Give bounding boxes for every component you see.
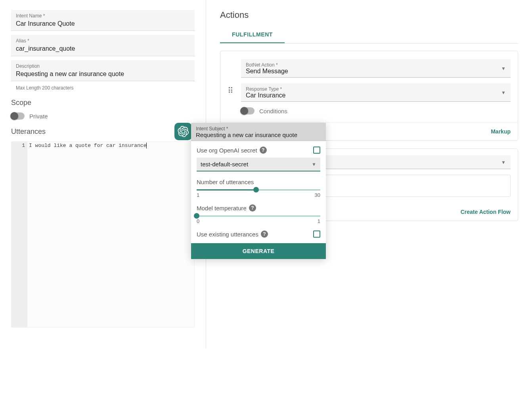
generate-button[interactable]: GENERATE <box>191 243 326 259</box>
private-toggle[interactable] <box>11 112 25 120</box>
actions-heading: Actions <box>220 10 518 20</box>
description-helper: Max Length 200 characters <box>11 85 195 91</box>
use-existing-label: Use existing utterances <box>197 231 258 238</box>
temperature-label: Model temperature <box>197 205 247 211</box>
description-label: Description <box>16 63 190 69</box>
intent-name-field[interactable]: Intent Name * Car Insurance Quote <box>11 10 195 31</box>
caret-down-icon: ▼ <box>312 162 316 167</box>
markup-button[interactable]: Markup <box>491 128 511 135</box>
help-icon[interactable]: ? <box>260 147 267 154</box>
intent-name-value: Car Insurance Quote <box>16 19 190 28</box>
slider-thumb[interactable] <box>194 213 199 219</box>
help-icon[interactable]: ? <box>261 231 268 238</box>
num-utterances-slider[interactable] <box>197 189 320 191</box>
description-value: Requesting a new car insurance quote <box>16 70 190 78</box>
alias-value: car_insurance_quote <box>16 44 190 53</box>
conditions-toggle[interactable] <box>241 107 255 114</box>
create-action-flow-button[interactable]: Create Action Flow <box>461 209 511 215</box>
botnet-action-value: Send Message <box>246 68 501 75</box>
caret-down-icon: ▼ <box>501 90 506 95</box>
alias-field[interactable]: Alias * car_insurance_quote <box>11 35 195 56</box>
num-utt-max: 30 <box>315 192 320 198</box>
intent-subject-label: Intent Subject * <box>196 126 321 131</box>
openai-icon[interactable] <box>174 123 192 140</box>
num-utt-min: 1 <box>197 192 199 198</box>
intent-subject-field[interactable]: Intent Subject * Requesting a new car in… <box>191 123 326 141</box>
editor-body[interactable]: I would like a quote for car insurance​ <box>27 142 194 327</box>
scope-title: Scope <box>11 99 195 107</box>
response-type-label: Response Type * <box>246 86 501 92</box>
temp-min: 0 <box>197 218 199 224</box>
tab-fulfillment[interactable]: FULFILLMENT <box>220 27 285 43</box>
utterances-editor[interactable]: 1 I would like a quote for car insurance… <box>11 141 195 328</box>
intent-subject-value: Requesting a new car insurance quote <box>196 131 321 138</box>
private-label: Private <box>29 113 48 120</box>
use-org-secret-checkbox[interactable] <box>313 147 320 154</box>
num-utterances-label: Number of utterances <box>197 179 320 185</box>
utterances-title: Utterances <box>11 128 195 136</box>
editor-gutter: 1 <box>11 142 27 327</box>
botnet-action-select[interactable]: BotNet Action * Send Message ▼ <box>241 59 511 78</box>
caret-down-icon: ▼ <box>501 66 506 71</box>
utterance-line: I would like a quote for car insurance <box>29 143 146 149</box>
response-type-value: Car Insurance <box>246 92 501 99</box>
botnet-action-label: BotNet Action * <box>246 62 501 68</box>
response-type-select[interactable]: Response Type * Car Insurance ▼ <box>241 83 511 102</box>
intent-name-label: Intent Name * <box>16 13 190 19</box>
secret-select[interactable]: test-default-secret ▼ <box>197 158 320 171</box>
tabs: FULFILLMENT <box>220 27 518 44</box>
generate-popup: Intent Subject * Requesting a new car in… <box>191 123 326 259</box>
drag-handle-icon[interactable]: ⠿ <box>228 59 235 95</box>
temperature-slider[interactable] <box>197 215 320 217</box>
secret-value: test-default-secret <box>201 161 248 168</box>
help-icon[interactable]: ? <box>249 204 256 211</box>
temp-max: 1 <box>318 218 320 224</box>
conditions-label: Conditions <box>259 108 287 114</box>
caret-down-icon: ▼ <box>501 160 506 165</box>
use-org-secret-label: Use org OpenAI secret <box>197 147 257 154</box>
alias-label: Alias * <box>16 38 190 44</box>
use-existing-checkbox[interactable] <box>313 231 320 238</box>
description-field[interactable]: Description Requesting a new car insuran… <box>11 60 195 81</box>
slider-thumb[interactable] <box>253 187 259 192</box>
line-number: 1 <box>14 143 25 149</box>
